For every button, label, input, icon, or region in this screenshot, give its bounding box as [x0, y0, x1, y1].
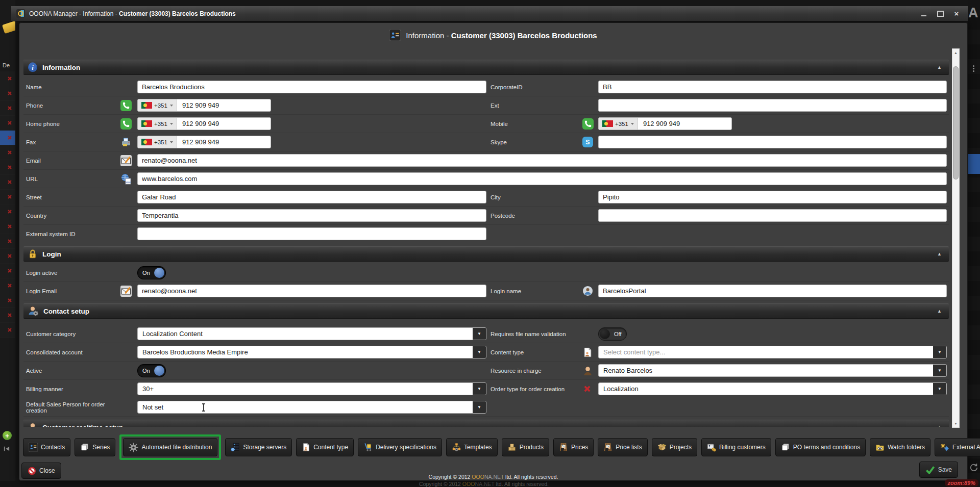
billing-manner-dropdown[interactable]: 30+▼ — [137, 382, 486, 395]
svg-text:i: i — [32, 64, 34, 71]
customer-category-dropdown[interactable]: Localization Content▼ — [137, 327, 486, 340]
storage-servers-button[interactable]: Storage servers — [225, 438, 292, 456]
dropdown-arrow-icon[interactable]: ▼ — [473, 328, 486, 340]
sidebar-row[interactable] — [0, 204, 15, 219]
dropdown-arrow-icon[interactable]: ▼ — [473, 346, 486, 358]
content-type-button[interactable]: Content type — [296, 438, 354, 456]
mobile-field[interactable]: +351 912 909 949 — [598, 117, 732, 130]
email-input[interactable] — [137, 154, 947, 167]
billing-customers-button[interactable]: Billing customers — [701, 438, 771, 456]
sidebar-row[interactable] — [0, 293, 15, 308]
scroll-down-icon[interactable]: ▼ — [952, 420, 959, 427]
scrollbar-thumb[interactable] — [953, 66, 959, 180]
dropdown-arrow-icon[interactable]: ▼ — [933, 346, 946, 358]
sidebar-row[interactable] — [0, 190, 15, 204]
city-input[interactable] — [598, 191, 947, 203]
home-phone-field[interactable]: +351 912 909 949 — [137, 117, 271, 130]
chevron-down-icon — [170, 123, 173, 125]
toggle-knob — [154, 366, 164, 376]
name-input[interactable] — [137, 81, 486, 93]
dropdown-arrow-icon[interactable]: ▼ — [933, 365, 946, 376]
maximize-button[interactable] — [934, 9, 946, 18]
phone-field[interactable]: +351 912 909 949 — [137, 99, 271, 112]
toggle-knob — [600, 329, 610, 339]
contacts-button[interactable]: Contacts — [23, 438, 70, 456]
sidebar-row[interactable] — [0, 219, 15, 234]
more-dots-icon[interactable] — [973, 65, 974, 67]
sidebar-row[interactable] — [0, 234, 15, 249]
fax-icon — [120, 137, 137, 148]
section-information[interactable]: i Information ▲ — [23, 60, 949, 75]
delete-icon — [7, 268, 13, 274]
sidebar-row[interactable] — [0, 86, 15, 101]
watch-folders-button[interactable]: Watch folders — [870, 438, 930, 456]
collapse-arrow-icon[interactable]: ▲ — [937, 251, 942, 257]
country-code-select[interactable]: +351 — [599, 118, 638, 130]
external-api-button[interactable]: External API — [935, 438, 980, 456]
fax-field[interactable]: +351 912 909 949 — [137, 136, 271, 148]
row-consolidated-contenttype: Consolidated account Barcelos Broduction… — [23, 343, 949, 362]
delete-icon — [7, 179, 13, 185]
price-lists-button[interactable]: Price lists — [598, 438, 647, 456]
section-contact-setup[interactable]: Contact setup ▲ — [23, 303, 949, 319]
sidebar-row[interactable] — [0, 249, 15, 264]
order-type-dropdown[interactable]: Localization▼ — [598, 382, 947, 395]
sidebar-row[interactable] — [0, 308, 15, 323]
resource-in-charge-dropdown[interactable]: Renato Barcelos▼ — [598, 364, 947, 377]
section-customer-realtime[interactable]: Customer realtime setup ▲ — [23, 420, 949, 427]
po-terms-button[interactable]: PO terms and conditions — [775, 438, 866, 456]
active-toggle[interactable]: On — [137, 364, 166, 377]
sidebar-row[interactable] — [0, 116, 15, 131]
scroll-up-icon[interactable]: ▲ — [952, 49, 959, 56]
refresh-icon[interactable] — [969, 463, 978, 472]
delivery-specifications-button[interactable]: Delivery specifications — [358, 438, 442, 456]
skype-input[interactable] — [598, 136, 947, 148]
consolidated-account-dropdown[interactable]: Barcelos Broductions Media Empire▼ — [137, 346, 486, 358]
sidebar-row[interactable] — [0, 264, 15, 278]
portugal-flag-icon — [602, 120, 613, 127]
default-sales-person-dropdown[interactable]: Not set▼ — [137, 401, 486, 414]
country-code-select[interactable]: +351 — [138, 136, 177, 148]
sidebar-row[interactable] — [0, 101, 15, 116]
sidebar-row[interactable] — [0, 160, 15, 175]
series-button[interactable]: Series — [75, 438, 115, 456]
automated-file-distribution-button[interactable]: Automated file distribution — [123, 438, 217, 456]
login-active-toggle[interactable]: On — [137, 266, 166, 279]
minimize-button[interactable] — [918, 9, 930, 18]
sidebar-row[interactable] — [0, 71, 15, 86]
skip-back-icon[interactable] — [3, 446, 10, 452]
country-code-select[interactable]: +351 — [138, 118, 177, 130]
postcode-input[interactable] — [598, 209, 947, 222]
sidebar-row[interactable] — [0, 278, 15, 293]
requires-validation-toggle[interactable]: Off — [598, 327, 627, 341]
sidebar-row[interactable] — [0, 323, 15, 338]
collapse-arrow-icon[interactable]: ▲ — [937, 65, 942, 70]
skype-icon: S — [582, 137, 598, 147]
close-window-button[interactable]: × — [950, 9, 963, 18]
login-name-input[interactable] — [598, 285, 947, 297]
country-input[interactable] — [137, 209, 486, 222]
content-type-dropdown[interactable]: Select content type...▼ — [598, 346, 947, 358]
corporate-id-input[interactable] — [598, 81, 947, 93]
products-button[interactable]: Products — [502, 438, 549, 456]
url-input[interactable] — [137, 172, 947, 185]
add-button[interactable]: + — [3, 431, 12, 440]
section-login[interactable]: Login ▲ — [23, 246, 949, 262]
sidebar-row[interactable] — [0, 131, 15, 145]
ext-input[interactable] — [598, 99, 947, 112]
projects-button[interactable]: Projects — [652, 438, 697, 456]
street-input[interactable] — [137, 191, 486, 203]
dropdown-arrow-icon[interactable]: ▼ — [473, 383, 486, 395]
country-code-select[interactable]: +351 — [138, 99, 177, 111]
sidebar-row[interactable] — [0, 145, 15, 160]
vertical-scrollbar[interactable]: ▲ ▼ — [952, 48, 960, 428]
prices-button[interactable]: Prices — [553, 438, 594, 456]
collapse-arrow-icon[interactable]: ▲ — [937, 309, 942, 314]
dropdown-arrow-icon[interactable]: ▼ — [473, 401, 486, 413]
collapse-arrow-icon[interactable]: ▲ — [937, 425, 942, 427]
sidebar-row[interactable] — [0, 175, 15, 190]
templates-button[interactable]: Templates — [446, 438, 498, 456]
external-system-id-input[interactable] — [137, 227, 486, 240]
login-email-input[interactable] — [137, 285, 486, 297]
dropdown-arrow-icon[interactable]: ▼ — [933, 383, 946, 395]
